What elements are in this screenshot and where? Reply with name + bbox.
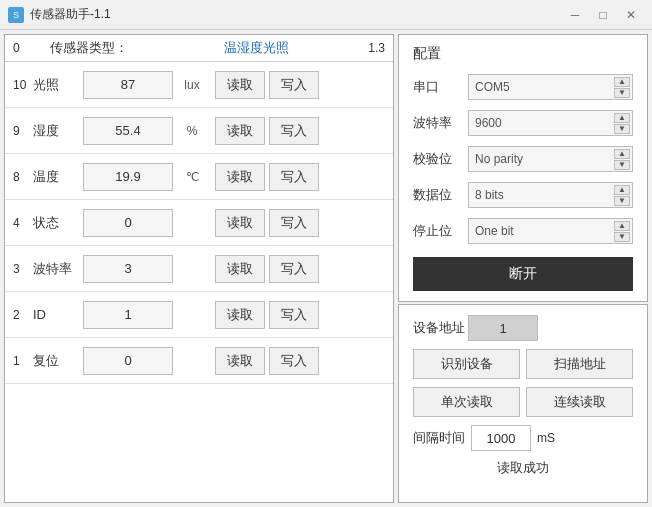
config-section: 配置 串口 COM5 ▲ ▼ 波特率 9600 [398, 34, 648, 302]
row-label-id: ID [33, 307, 83, 322]
row-unit-light: lux [177, 78, 207, 92]
baudrate-up-button[interactable]: ▲ [614, 113, 630, 123]
sensor-row-id: 2 ID 1 读取 写入 [5, 292, 393, 338]
parity-down-button[interactable]: ▼ [614, 160, 630, 170]
databits-up-button[interactable]: ▲ [614, 185, 630, 195]
row-buttons-id: 读取 写入 [215, 301, 319, 329]
device-section: 设备地址 识别设备 扫描地址 单次读取 连续读取 间隔时间 mS 读取成功 [398, 304, 648, 503]
write-status-button[interactable]: 写入 [269, 209, 319, 237]
row-value-light: 87 [83, 71, 173, 99]
port-up-button[interactable]: ▲ [614, 77, 630, 87]
close-button[interactable]: ✕ [618, 4, 644, 26]
config-value-port: COM5 ▲ ▼ [468, 74, 633, 100]
sensor-row-status: 4 状态 0 读取 写入 [5, 200, 393, 246]
row-label-humidity: 湿度 [33, 122, 83, 140]
read-humidity-button[interactable]: 读取 [215, 117, 265, 145]
stopbits-up-button[interactable]: ▲ [614, 221, 630, 231]
header-sensor-name: 温湿度光照 [145, 39, 369, 57]
row-num-temp: 8 [13, 170, 33, 184]
config-title: 配置 [413, 45, 633, 63]
port-down-button[interactable]: ▼ [614, 88, 630, 98]
device-read-row: 单次读取 连续读取 [413, 387, 633, 417]
row-unit-humidity: % [177, 124, 207, 138]
parity-spinner[interactable]: ▲ ▼ [614, 149, 630, 170]
row-buttons-baudrate: 读取 写入 [215, 255, 319, 283]
config-row-parity: 校验位 No parity ▲ ▼ [413, 145, 633, 173]
config-label-stopbits: 停止位 [413, 222, 468, 240]
row-num-humidity: 9 [13, 124, 33, 138]
row-label-reset: 复位 [33, 352, 83, 370]
config-row-databits: 数据位 8 bits ▲ ▼ [413, 181, 633, 209]
title-bar: S 传感器助手-1.1 ─ □ ✕ [0, 0, 652, 30]
minimize-button[interactable]: ─ [562, 4, 588, 26]
parity-up-button[interactable]: ▲ [614, 149, 630, 159]
read-baudrate-button[interactable]: 读取 [215, 255, 265, 283]
row-num-id: 2 [13, 308, 33, 322]
device-addr-label: 设备地址 [413, 319, 468, 337]
status-text: 读取成功 [413, 459, 633, 477]
row-buttons-temp: 读取 写入 [215, 163, 319, 191]
write-light-button[interactable]: 写入 [269, 71, 319, 99]
read-reset-button[interactable]: 读取 [215, 347, 265, 375]
row-unit-temp: ℃ [177, 170, 207, 184]
scan-addr-button[interactable]: 扫描地址 [526, 349, 633, 379]
write-id-button[interactable]: 写入 [269, 301, 319, 329]
row-buttons-status: 读取 写入 [215, 209, 319, 237]
row-label-baudrate: 波特率 [33, 260, 83, 278]
read-light-button[interactable]: 读取 [215, 71, 265, 99]
config-row-baudrate: 波特率 9600 ▲ ▼ [413, 109, 633, 137]
interval-label: 间隔时间 [413, 429, 465, 447]
read-id-button[interactable]: 读取 [215, 301, 265, 329]
window-controls: ─ □ ✕ [562, 4, 644, 26]
stopbits-down-button[interactable]: ▼ [614, 232, 630, 242]
main-window: S 传感器助手-1.1 ─ □ ✕ 0 传感器类型： 温湿度光照 1.3 10 … [0, 0, 652, 507]
row-num-light: 10 [13, 78, 33, 92]
config-row-stopbits: 停止位 One bit ▲ ▼ [413, 217, 633, 245]
config-label-baudrate: 波特率 [413, 114, 468, 132]
row-label-light: 光照 [33, 76, 83, 94]
sensor-header: 0 传感器类型： 温湿度光照 1.3 [5, 35, 393, 62]
databits-down-button[interactable]: ▼ [614, 196, 630, 206]
read-temp-button[interactable]: 读取 [215, 163, 265, 191]
device-addr-row: 设备地址 [413, 315, 633, 341]
app-icon: S [8, 7, 24, 23]
row-label-temp: 温度 [33, 168, 83, 186]
device-identify-row: 识别设备 扫描地址 [413, 349, 633, 379]
sensor-row-reset: 1 复位 0 读取 写入 [5, 338, 393, 384]
main-content: 0 传感器类型： 温湿度光照 1.3 10 光照 87 lux 读取 写入 9 … [0, 30, 652, 507]
read-once-button[interactable]: 单次读取 [413, 387, 520, 417]
write-baudrate-button[interactable]: 写入 [269, 255, 319, 283]
row-value-status: 0 [83, 209, 173, 237]
device-addr-input[interactable] [468, 315, 538, 341]
read-status-button[interactable]: 读取 [215, 209, 265, 237]
disconnect-button[interactable]: 断开 [413, 257, 633, 291]
row-buttons-humidity: 读取 写入 [215, 117, 319, 145]
sensor-row-baudrate: 3 波特率 3 读取 写入 [5, 246, 393, 292]
title-text: 传感器助手-1.1 [30, 6, 562, 23]
write-temp-button[interactable]: 写入 [269, 163, 319, 191]
write-reset-button[interactable]: 写入 [269, 347, 319, 375]
row-num-baudrate: 3 [13, 262, 33, 276]
port-spinner[interactable]: ▲ ▼ [614, 77, 630, 98]
baudrate-down-button[interactable]: ▼ [614, 124, 630, 134]
sensor-row-light: 10 光照 87 lux 读取 写入 [5, 62, 393, 108]
read-continuous-button[interactable]: 连续读取 [526, 387, 633, 417]
row-value-humidity: 55.4 [83, 117, 173, 145]
interval-input[interactable] [471, 425, 531, 451]
header-num: 0 [13, 41, 33, 55]
baudrate-spinner[interactable]: ▲ ▼ [614, 113, 630, 134]
sensor-row-humidity: 9 湿度 55.4 % 读取 写入 [5, 108, 393, 154]
databits-spinner[interactable]: ▲ ▼ [614, 185, 630, 206]
left-panel: 0 传感器类型： 温湿度光照 1.3 10 光照 87 lux 读取 写入 9 … [4, 34, 394, 503]
config-value-baudrate: 9600 ▲ ▼ [468, 110, 633, 136]
row-buttons-light: 读取 写入 [215, 71, 319, 99]
row-num-status: 4 [13, 216, 33, 230]
write-humidity-button[interactable]: 写入 [269, 117, 319, 145]
interval-row: 间隔时间 mS [413, 425, 633, 451]
identify-device-button[interactable]: 识别设备 [413, 349, 520, 379]
row-label-status: 状态 [33, 214, 83, 232]
config-label-port: 串口 [413, 78, 468, 96]
row-value-baudrate: 3 [83, 255, 173, 283]
stopbits-spinner[interactable]: ▲ ▼ [614, 221, 630, 242]
maximize-button[interactable]: □ [590, 4, 616, 26]
